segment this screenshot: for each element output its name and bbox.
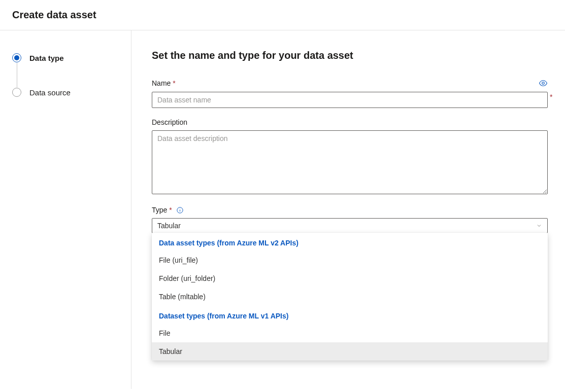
name-input[interactable]: [152, 92, 548, 108]
step-indicator-active-icon: [12, 53, 21, 62]
type-label: Type *: [152, 206, 555, 214]
form-panel: Set the name and type for your data asse…: [131, 30, 565, 389]
step-data-source[interactable]: Data source: [12, 87, 131, 97]
svg-point-0: [542, 82, 545, 85]
step-label: Data type: [29, 54, 64, 62]
required-mark: *: [173, 79, 175, 87]
required-mark: *: [169, 206, 172, 214]
dropdown-item-mltable[interactable]: Table (mltable): [152, 288, 548, 306]
info-icon[interactable]: [176, 206, 184, 214]
preview-icon[interactable]: [539, 79, 548, 88]
step-data-type[interactable]: Data type: [12, 53, 131, 63]
step-connector: [17, 63, 17, 87]
field-type: Type * Tabular: [152, 206, 555, 233]
dropdown-item-uri-file[interactable]: File (uri_file): [152, 251, 548, 269]
field-description: Description: [152, 118, 555, 196]
page-title: Create data asset: [12, 9, 553, 21]
required-mark: *: [550, 93, 552, 101]
type-select[interactable]: Tabular: [152, 218, 548, 233]
wizard-sidebar: Data type Data source: [0, 30, 131, 389]
type-select-wrap: Tabular Data asset types (from Azure ML …: [152, 218, 548, 233]
type-dropdown-panel: Data asset types (from Azure ML v2 APIs)…: [152, 233, 548, 361]
step-label: Data source: [29, 88, 71, 97]
step-indicator-inactive-icon: [12, 88, 21, 97]
form-heading: Set the name and type for your data asse…: [152, 50, 555, 61]
page-body: Data type Data source Set the name and t…: [0, 30, 565, 389]
dropdown-group-header: Data asset types (from Azure ML v2 APIs): [152, 233, 548, 251]
dropdown-group-header: Dataset types (from Azure ML v1 APIs): [152, 306, 548, 324]
field-name: Name * *: [152, 79, 555, 108]
chevron-down-icon: [536, 223, 542, 229]
dropdown-item-uri-folder[interactable]: Folder (uri_folder): [152, 269, 548, 288]
description-label: Description: [152, 118, 555, 126]
svg-point-3: [180, 208, 180, 209]
name-label: Name *: [152, 79, 176, 87]
dropdown-item-tabular[interactable]: Tabular: [152, 342, 548, 361]
dropdown-item-file[interactable]: File: [152, 324, 548, 342]
description-input[interactable]: [152, 130, 548, 194]
type-selected-value: Tabular: [157, 222, 181, 230]
page-header: Create data asset: [0, 0, 565, 30]
